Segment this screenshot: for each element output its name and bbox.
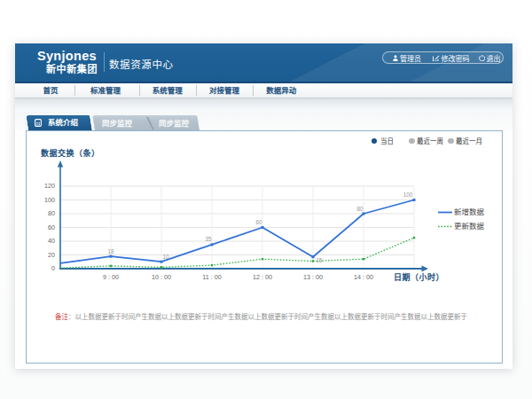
svg-text:120: 120: [44, 182, 55, 190]
svg-text:60: 60: [48, 223, 55, 231]
svg-text:0: 0: [51, 264, 55, 272]
svg-text:80: 80: [48, 209, 55, 217]
svg-text:15: 15: [316, 256, 323, 262]
svg-text:14 : 00: 14 : 00: [354, 272, 373, 280]
svg-text:20: 20: [48, 250, 55, 258]
svg-text:40: 40: [48, 237, 55, 245]
svg-text:12 : 00: 12 : 00: [253, 272, 272, 280]
svg-text:13 : 00: 13 : 00: [303, 272, 323, 280]
svg-text:100: 100: [403, 192, 413, 198]
svg-text:60: 60: [255, 219, 262, 225]
svg-text:10: 10: [162, 254, 169, 260]
svg-text:9 : 00: 9 : 00: [103, 272, 119, 280]
svg-text:35: 35: [205, 236, 212, 242]
svg-text:80: 80: [356, 205, 364, 211]
svg-text:100: 100: [44, 195, 55, 203]
svg-text:11 : 00: 11 : 00: [202, 272, 221, 280]
svg-text:10 : 00: 10 : 00: [152, 272, 171, 280]
svg-text:18: 18: [107, 247, 114, 254]
